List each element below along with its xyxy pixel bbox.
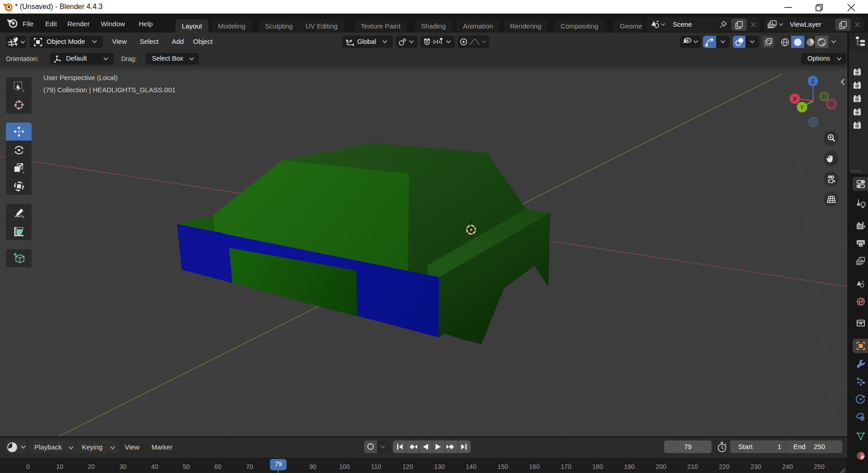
- svg-text:X: X: [793, 96, 797, 102]
- svg-text:Z: Z: [811, 78, 814, 85]
- svg-text:Y: Y: [800, 104, 804, 111]
